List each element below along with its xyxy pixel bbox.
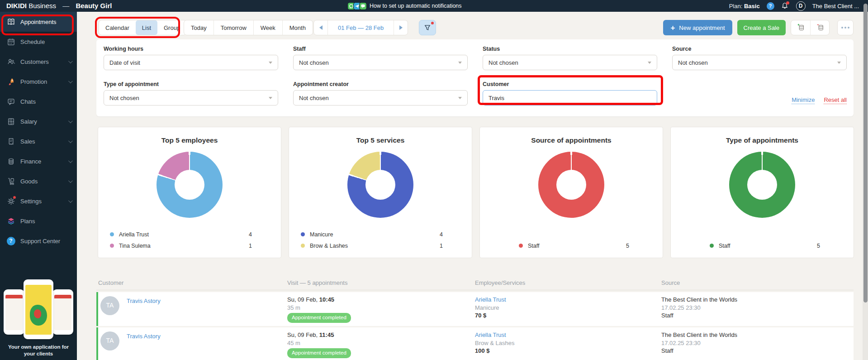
- chart-legend: Manicure 4 Brow & Lashes 1: [289, 229, 472, 251]
- sidebar-item-label: Finance: [20, 158, 41, 165]
- legend-item[interactable]: Ariella Trust 4: [98, 229, 281, 240]
- coins-plus-icon: [796, 23, 806, 32]
- chevron-down-icon: [269, 62, 272, 64]
- tab-today[interactable]: Today: [184, 20, 213, 35]
- customer-link[interactable]: Travis Astory: [127, 332, 161, 341]
- sidebar-item-schedule[interactable]: Schedule: [0, 32, 77, 52]
- filter-label: Customer: [483, 81, 657, 87]
- legend-item[interactable]: Brow & Lashes 1: [289, 240, 472, 251]
- sidebar-item-appointments[interactable]: Appointments: [0, 12, 77, 32]
- tab-group[interactable]: Group: [157, 20, 186, 35]
- filter-links: Minimize Reset all: [672, 81, 847, 110]
- create-sale-button[interactable]: Create a Sale: [737, 20, 786, 35]
- receipt-icon: [6, 137, 15, 146]
- sidebar-item-plans[interactable]: Plans: [0, 211, 77, 231]
- status-badge: Appointment completed: [287, 348, 351, 358]
- chevron-down-icon: [837, 62, 841, 64]
- prev-period-button[interactable]: [314, 20, 327, 35]
- legend-item[interactable]: Staff 5: [671, 240, 854, 251]
- main-content: Calendar List Group Today Tomorrow Week …: [77, 12, 868, 360]
- promo-phone-right: [52, 289, 73, 335]
- sidebar-item-customers[interactable]: Customers: [0, 52, 77, 72]
- tab-month[interactable]: Month: [282, 20, 313, 35]
- source-date: 17.02.25 23:30: [661, 304, 854, 312]
- employee-link[interactable]: Ariella Trust: [475, 331, 661, 339]
- source-select[interactable]: Not chosen: [672, 55, 847, 70]
- scrollbar-thumb[interactable]: [863, 4, 868, 302]
- tab-week[interactable]: Week: [253, 20, 282, 35]
- chevron-down-icon: [68, 158, 73, 163]
- employee-link[interactable]: Ariella Trust: [475, 296, 661, 304]
- legend-dot: [110, 232, 114, 236]
- topbar: DIKIDI Business — Beauty Girl How to set…: [0, 0, 868, 12]
- help-icon[interactable]: ?: [767, 2, 774, 10]
- tab-list[interactable]: List: [136, 20, 157, 35]
- cash-expense-button[interactable]: [810, 20, 829, 35]
- layers-icon: [6, 216, 15, 226]
- source-name: The Best Client in the Worlds: [661, 296, 854, 304]
- view-switcher: Calendar List Group: [99, 20, 187, 35]
- working-hours-select[interactable]: Date of visit: [104, 55, 278, 70]
- chart-legend: Ariella Trust 4 Tina Sulema 1: [98, 229, 281, 251]
- current-date-range[interactable]: 01 Feb — 28 Feb: [327, 20, 394, 35]
- filter-label: Source: [672, 46, 847, 52]
- bell-icon[interactable]: [781, 2, 789, 10]
- filter-staff: Staff Not chosen: [293, 46, 468, 75]
- customer-link[interactable]: Travis Astory: [127, 297, 161, 305]
- filter-toggle-button[interactable]: [419, 20, 436, 35]
- toolbar-actions: +New appointment Create a Sale: [663, 20, 854, 35]
- account-avatar[interactable]: D: [796, 1, 806, 11]
- customer-input[interactable]: [483, 90, 657, 106]
- chart-title: Source of appointments: [480, 136, 663, 144]
- chart-top5-services: Top 5 services Manicure 4 Brow & Lashes …: [289, 127, 472, 258]
- tab-calendar[interactable]: Calendar: [99, 20, 136, 35]
- sidebar-item-support-center[interactable]: ? Support Center: [0, 231, 77, 251]
- status-select[interactable]: Not chosen: [483, 55, 657, 70]
- more-options-button[interactable]: [837, 20, 854, 35]
- sidebar-item-label: Appointments: [20, 19, 57, 25]
- sidebar-item-promotion[interactable]: Promotion: [0, 72, 77, 91]
- table-row[interactable]: TA Travis Astory Su, 09 Feb, 10:45 35 m …: [96, 292, 854, 326]
- sidebar-item-salary[interactable]: Salary: [0, 111, 77, 131]
- chevron-down-icon: [68, 79, 73, 83]
- minimize-link[interactable]: Minimize: [792, 96, 815, 104]
- chevron-down-icon: [458, 97, 462, 99]
- customer-cell: TA Travis Astory: [98, 327, 287, 360]
- sidebar-item-goods[interactable]: Goods: [0, 171, 77, 191]
- sidebar-item-sales[interactable]: Sales: [0, 131, 77, 151]
- sidebar-item-settings[interactable]: Settings: [0, 191, 77, 211]
- staff-select[interactable]: Not chosen: [293, 55, 468, 70]
- sidebar-item-label: Sales: [20, 138, 35, 145]
- plan-info[interactable]: Plan: Basic: [729, 3, 760, 10]
- sidebar-item-label: Support Center: [20, 238, 60, 245]
- tab-tomorrow[interactable]: Tomorrow: [213, 20, 253, 35]
- calculator-icon: [6, 117, 15, 126]
- coins-minus-icon: [815, 23, 825, 32]
- notification-banner[interactable]: How to set up automatic notifications: [347, 0, 462, 12]
- column-visit: Visit — 5 appointments: [287, 279, 475, 286]
- type-of-appointment-select[interactable]: Not chosen: [104, 90, 278, 106]
- legend-dot: [301, 244, 305, 248]
- chart-legend: Staff 5: [671, 240, 854, 251]
- sidebar-item-label: Plans: [20, 218, 35, 225]
- service-price: 100 $: [475, 347, 661, 355]
- legend-value: 4: [440, 231, 443, 238]
- notification-dot: [786, 1, 789, 5]
- brand: DIKIDI Business — Beauty Girl: [6, 0, 112, 12]
- new-appointment-button[interactable]: +New appointment: [663, 20, 732, 35]
- filter-active-dot: [431, 22, 434, 24]
- avatar: TA: [100, 331, 119, 350]
- visit-cell: Su, 09 Feb, 11:45 45 m Appointment compl…: [287, 327, 475, 360]
- cash-income-button[interactable]: [791, 20, 810, 35]
- next-period-button[interactable]: [394, 20, 408, 35]
- source-name: The Best Client in the Worlds: [661, 331, 854, 339]
- sidebar-item-finance[interactable]: Finance: [0, 151, 77, 171]
- reset-all-link[interactable]: Reset all: [824, 96, 847, 104]
- legend-item[interactable]: Staff 5: [480, 240, 663, 251]
- sidebar-item-chats[interactable]: Chats: [0, 91, 77, 111]
- account-name[interactable]: The Best Client ...: [812, 3, 859, 10]
- appointment-creator-select[interactable]: Not chosen: [293, 90, 468, 106]
- table-row[interactable]: TA Travis Astory Su, 09 Feb, 11:45 45 m …: [96, 327, 854, 360]
- legend-item[interactable]: Manicure 4: [289, 229, 472, 240]
- legend-item[interactable]: Tina Sulema 1: [98, 240, 281, 251]
